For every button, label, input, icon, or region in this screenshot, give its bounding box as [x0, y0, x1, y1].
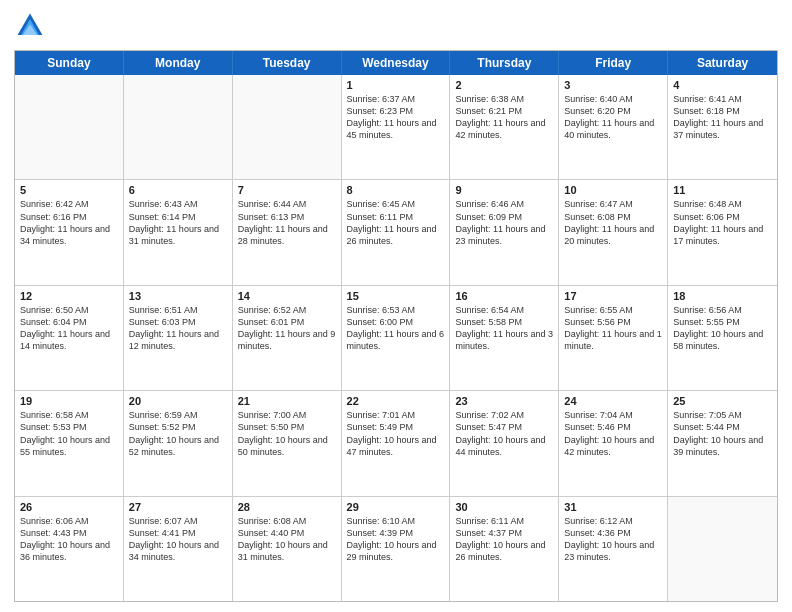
day-number: 22	[347, 395, 445, 407]
calendar-cell: 21Sunrise: 7:00 AM Sunset: 5:50 PM Dayli…	[233, 391, 342, 495]
day-number: 27	[129, 501, 227, 513]
calendar: SundayMondayTuesdayWednesdayThursdayFrid…	[14, 50, 778, 602]
day-number: 6	[129, 184, 227, 196]
calendar-cell	[124, 75, 233, 179]
calendar-cell: 29Sunrise: 6:10 AM Sunset: 4:39 PM Dayli…	[342, 497, 451, 601]
day-number: 13	[129, 290, 227, 302]
calendar-header-cell: Monday	[124, 51, 233, 75]
day-number: 17	[564, 290, 662, 302]
day-number: 25	[673, 395, 772, 407]
calendar-cell: 31Sunrise: 6:12 AM Sunset: 4:36 PM Dayli…	[559, 497, 668, 601]
calendar-week: 26Sunrise: 6:06 AM Sunset: 4:43 PM Dayli…	[15, 497, 777, 601]
calendar-cell: 23Sunrise: 7:02 AM Sunset: 5:47 PM Dayli…	[450, 391, 559, 495]
day-number: 29	[347, 501, 445, 513]
calendar-header-cell: Friday	[559, 51, 668, 75]
calendar-cell: 17Sunrise: 6:55 AM Sunset: 5:56 PM Dayli…	[559, 286, 668, 390]
cell-text: Sunrise: 6:58 AM Sunset: 5:53 PM Dayligh…	[20, 409, 118, 458]
day-number: 20	[129, 395, 227, 407]
cell-text: Sunrise: 6:52 AM Sunset: 6:01 PM Dayligh…	[238, 304, 336, 353]
calendar-cell: 24Sunrise: 7:04 AM Sunset: 5:46 PM Dayli…	[559, 391, 668, 495]
logo	[14, 10, 50, 42]
calendar-cell: 2Sunrise: 6:38 AM Sunset: 6:21 PM Daylig…	[450, 75, 559, 179]
day-number: 14	[238, 290, 336, 302]
day-number: 8	[347, 184, 445, 196]
cell-text: Sunrise: 6:47 AM Sunset: 6:08 PM Dayligh…	[564, 198, 662, 247]
cell-text: Sunrise: 6:46 AM Sunset: 6:09 PM Dayligh…	[455, 198, 553, 247]
calendar-cell	[15, 75, 124, 179]
calendar-cell: 22Sunrise: 7:01 AM Sunset: 5:49 PM Dayli…	[342, 391, 451, 495]
calendar-cell: 15Sunrise: 6:53 AM Sunset: 6:00 PM Dayli…	[342, 286, 451, 390]
calendar-cell: 9Sunrise: 6:46 AM Sunset: 6:09 PM Daylig…	[450, 180, 559, 284]
calendar-cell: 16Sunrise: 6:54 AM Sunset: 5:58 PM Dayli…	[450, 286, 559, 390]
cell-text: Sunrise: 6:06 AM Sunset: 4:43 PM Dayligh…	[20, 515, 118, 564]
day-number: 19	[20, 395, 118, 407]
cell-text: Sunrise: 7:00 AM Sunset: 5:50 PM Dayligh…	[238, 409, 336, 458]
calendar-cell: 13Sunrise: 6:51 AM Sunset: 6:03 PM Dayli…	[124, 286, 233, 390]
calendar-cell	[233, 75, 342, 179]
day-number: 16	[455, 290, 553, 302]
header	[14, 10, 778, 42]
cell-text: Sunrise: 6:51 AM Sunset: 6:03 PM Dayligh…	[129, 304, 227, 353]
cell-text: Sunrise: 6:59 AM Sunset: 5:52 PM Dayligh…	[129, 409, 227, 458]
calendar-cell: 19Sunrise: 6:58 AM Sunset: 5:53 PM Dayli…	[15, 391, 124, 495]
calendar-header-cell: Tuesday	[233, 51, 342, 75]
cell-text: Sunrise: 6:48 AM Sunset: 6:06 PM Dayligh…	[673, 198, 772, 247]
cell-text: Sunrise: 6:45 AM Sunset: 6:11 PM Dayligh…	[347, 198, 445, 247]
calendar-week: 5Sunrise: 6:42 AM Sunset: 6:16 PM Daylig…	[15, 180, 777, 285]
calendar-header-cell: Thursday	[450, 51, 559, 75]
cell-text: Sunrise: 6:40 AM Sunset: 6:20 PM Dayligh…	[564, 93, 662, 142]
calendar-header-row: SundayMondayTuesdayWednesdayThursdayFrid…	[15, 51, 777, 75]
cell-text: Sunrise: 6:38 AM Sunset: 6:21 PM Dayligh…	[455, 93, 553, 142]
cell-text: Sunrise: 6:42 AM Sunset: 6:16 PM Dayligh…	[20, 198, 118, 247]
day-number: 28	[238, 501, 336, 513]
day-number: 5	[20, 184, 118, 196]
calendar-cell: 4Sunrise: 6:41 AM Sunset: 6:18 PM Daylig…	[668, 75, 777, 179]
cell-text: Sunrise: 6:43 AM Sunset: 6:14 PM Dayligh…	[129, 198, 227, 247]
calendar-cell: 5Sunrise: 6:42 AM Sunset: 6:16 PM Daylig…	[15, 180, 124, 284]
calendar-header-cell: Wednesday	[342, 51, 451, 75]
calendar-cell: 18Sunrise: 6:56 AM Sunset: 5:55 PM Dayli…	[668, 286, 777, 390]
day-number: 9	[455, 184, 553, 196]
day-number: 1	[347, 79, 445, 91]
cell-text: Sunrise: 6:11 AM Sunset: 4:37 PM Dayligh…	[455, 515, 553, 564]
calendar-header-cell: Saturday	[668, 51, 777, 75]
cell-text: Sunrise: 6:08 AM Sunset: 4:40 PM Dayligh…	[238, 515, 336, 564]
calendar-header-cell: Sunday	[15, 51, 124, 75]
calendar-cell: 10Sunrise: 6:47 AM Sunset: 6:08 PM Dayli…	[559, 180, 668, 284]
cell-text: Sunrise: 7:01 AM Sunset: 5:49 PM Dayligh…	[347, 409, 445, 458]
day-number: 30	[455, 501, 553, 513]
cell-text: Sunrise: 6:12 AM Sunset: 4:36 PM Dayligh…	[564, 515, 662, 564]
logo-icon	[14, 10, 46, 42]
cell-text: Sunrise: 6:54 AM Sunset: 5:58 PM Dayligh…	[455, 304, 553, 353]
day-number: 3	[564, 79, 662, 91]
day-number: 21	[238, 395, 336, 407]
day-number: 10	[564, 184, 662, 196]
day-number: 24	[564, 395, 662, 407]
calendar-body: 1Sunrise: 6:37 AM Sunset: 6:23 PM Daylig…	[15, 75, 777, 601]
cell-text: Sunrise: 6:53 AM Sunset: 6:00 PM Dayligh…	[347, 304, 445, 353]
day-number: 18	[673, 290, 772, 302]
cell-text: Sunrise: 6:37 AM Sunset: 6:23 PM Dayligh…	[347, 93, 445, 142]
calendar-cell: 30Sunrise: 6:11 AM Sunset: 4:37 PM Dayli…	[450, 497, 559, 601]
calendar-cell: 12Sunrise: 6:50 AM Sunset: 6:04 PM Dayli…	[15, 286, 124, 390]
calendar-week: 19Sunrise: 6:58 AM Sunset: 5:53 PM Dayli…	[15, 391, 777, 496]
day-number: 23	[455, 395, 553, 407]
day-number: 7	[238, 184, 336, 196]
page: SundayMondayTuesdayWednesdayThursdayFrid…	[0, 0, 792, 612]
day-number: 12	[20, 290, 118, 302]
calendar-cell: 11Sunrise: 6:48 AM Sunset: 6:06 PM Dayli…	[668, 180, 777, 284]
day-number: 2	[455, 79, 553, 91]
cell-text: Sunrise: 6:10 AM Sunset: 4:39 PM Dayligh…	[347, 515, 445, 564]
cell-text: Sunrise: 7:02 AM Sunset: 5:47 PM Dayligh…	[455, 409, 553, 458]
day-number: 4	[673, 79, 772, 91]
cell-text: Sunrise: 7:04 AM Sunset: 5:46 PM Dayligh…	[564, 409, 662, 458]
cell-text: Sunrise: 6:41 AM Sunset: 6:18 PM Dayligh…	[673, 93, 772, 142]
cell-text: Sunrise: 6:44 AM Sunset: 6:13 PM Dayligh…	[238, 198, 336, 247]
calendar-cell: 26Sunrise: 6:06 AM Sunset: 4:43 PM Dayli…	[15, 497, 124, 601]
calendar-cell	[668, 497, 777, 601]
day-number: 15	[347, 290, 445, 302]
calendar-cell: 20Sunrise: 6:59 AM Sunset: 5:52 PM Dayli…	[124, 391, 233, 495]
calendar-cell: 6Sunrise: 6:43 AM Sunset: 6:14 PM Daylig…	[124, 180, 233, 284]
calendar-cell: 1Sunrise: 6:37 AM Sunset: 6:23 PM Daylig…	[342, 75, 451, 179]
day-number: 11	[673, 184, 772, 196]
